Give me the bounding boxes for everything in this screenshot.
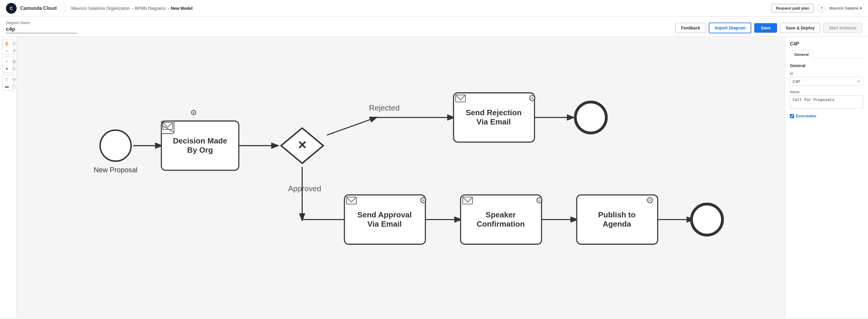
end-event-bottom[interactable] bbox=[691, 204, 722, 235]
header-buttons: Feedback Import Diagram Save Save & Depl… bbox=[675, 23, 862, 33]
gateway-x: ✕ bbox=[297, 139, 307, 152]
rejection-gear-icon: ⚙ bbox=[528, 93, 536, 103]
pool-tool[interactable]: ▬ bbox=[4, 83, 10, 89]
tool-group-tasks: □ ▭ ▬ ⬚ bbox=[2, 74, 14, 91]
executable-row: Executable bbox=[790, 114, 863, 118]
flow-rejected bbox=[327, 118, 376, 135]
lane-tool[interactable]: ⬚ bbox=[11, 83, 17, 89]
properties-tabs: General bbox=[790, 50, 863, 59]
circle-thick-tool[interactable]: ◎ bbox=[11, 58, 17, 64]
nav-divider bbox=[65, 4, 65, 13]
bpmn-canvas[interactable]: Rejected Approved New Proposal ⚙ Decisio… bbox=[17, 36, 785, 318]
approval-text1: Send Approval bbox=[358, 210, 412, 219]
circle-tool[interactable]: ○ bbox=[4, 58, 10, 64]
save-button[interactable]: Save bbox=[754, 23, 777, 33]
main-area: ✋ ⊹ ↔ ↗ ○ ◎ ● ◇ □ ▭ ▬ ⬚ bbox=[0, 36, 868, 318]
general-section-title: General bbox=[790, 63, 863, 68]
breadcrumb-sep2: › bbox=[167, 6, 169, 11]
speaker-text1: Speaker bbox=[486, 210, 516, 219]
end-event-top[interactable] bbox=[576, 102, 606, 133]
tool-group-shapes: ○ ◎ ● ◇ bbox=[2, 57, 14, 73]
rejected-label: Rejected bbox=[369, 103, 400, 112]
diagram-name-label: Diagram Name bbox=[6, 21, 672, 25]
bpmn-diagram: Rejected Approved New Proposal ⚙ Decisio… bbox=[17, 36, 785, 318]
name-textarea[interactable]: Call For Proposals bbox=[790, 95, 863, 108]
name-field: Name Call For Proposals bbox=[790, 90, 863, 109]
rejection-text2: Via Email bbox=[476, 117, 510, 126]
approval-gear-icon: ⚙ bbox=[419, 195, 428, 205]
start-event-label: New Proposal bbox=[94, 166, 137, 174]
breadcrumb-section: BPMN Diagrams bbox=[135, 6, 166, 11]
diagram-name-section: Diagram Name bbox=[6, 21, 672, 33]
app-logo: C bbox=[6, 3, 17, 14]
user-name: Mauricio Salatino bbox=[829, 6, 859, 10]
circle-bold-tool[interactable]: ● bbox=[4, 65, 10, 72]
properties-title: C4P bbox=[790, 41, 863, 46]
id-clear-icon[interactable]: ✕ bbox=[857, 79, 861, 84]
breadcrumb-org: Mauricio Salatinos Organization bbox=[71, 6, 130, 11]
breadcrumb-current: New Model bbox=[171, 6, 192, 11]
rectangle-tool[interactable]: □ bbox=[4, 76, 10, 82]
id-input[interactable] bbox=[793, 79, 857, 84]
decision-task-text1: Decision Made bbox=[173, 136, 227, 145]
breadcrumb: Mauricio Salatinos Organization › BPMN D… bbox=[71, 6, 192, 11]
id-field: Id ✕ bbox=[790, 72, 863, 86]
speaker-text2: Confirmation bbox=[476, 220, 525, 228]
publish-text1: Publish to bbox=[598, 210, 636, 219]
user-menu[interactable]: Mauricio Salatino ▾ bbox=[829, 6, 862, 10]
executable-field: Executable bbox=[790, 114, 863, 118]
feedback-button[interactable]: Feedback bbox=[675, 23, 706, 33]
id-label: Id bbox=[790, 72, 863, 76]
diamond-tool[interactable]: ◇ bbox=[11, 65, 17, 72]
properties-panel: C4P General General Id ✕ Name Call For P… bbox=[785, 36, 868, 318]
brand-name: Camunda Cloud bbox=[20, 6, 57, 11]
toolbox: ✋ ⊹ ↔ ↗ ○ ◎ ● ◇ □ ▭ ▬ ⬚ bbox=[0, 36, 17, 318]
space-tool[interactable]: ↔ bbox=[4, 47, 10, 54]
approval-text2: Via Email bbox=[368, 220, 402, 228]
save-deploy-button[interactable]: Save & Deploy bbox=[780, 23, 820, 33]
publish-gear-icon: ⚙ bbox=[646, 195, 654, 205]
topbar: C Camunda Cloud Mauricio Salatinos Organ… bbox=[0, 0, 868, 17]
hand-tool[interactable]: ✋ bbox=[4, 40, 10, 46]
sub-process-tool[interactable]: ▭ bbox=[11, 76, 17, 82]
user-chevron-icon: ▾ bbox=[860, 6, 862, 10]
start-event[interactable] bbox=[100, 130, 131, 161]
approved-label: Approved bbox=[288, 184, 321, 193]
connect-tool[interactable]: ↗ bbox=[11, 47, 17, 54]
diagram-header: Diagram Name Feedback Import Diagram Sav… bbox=[0, 17, 868, 36]
breadcrumb-sep1: › bbox=[132, 6, 133, 11]
executable-label: Executable bbox=[796, 114, 816, 118]
decision-task-text2: By Org bbox=[187, 146, 213, 155]
diagram-name-input[interactable] bbox=[6, 26, 77, 33]
marquee-tool[interactable]: ⊹ bbox=[11, 40, 17, 46]
rejection-text1: Send Rejection bbox=[466, 108, 522, 117]
id-input-wrapper: ✕ bbox=[790, 77, 863, 86]
decision-task-icon: ⚙ bbox=[190, 108, 197, 117]
help-button[interactable]: ? bbox=[817, 4, 826, 12]
executable-checkbox[interactable] bbox=[790, 114, 794, 118]
import-diagram-button[interactable]: Import Diagram bbox=[709, 23, 751, 33]
start-instance-button[interactable]: Start Instance bbox=[823, 23, 862, 33]
speaker-gear-icon: ⚙ bbox=[535, 195, 544, 205]
publish-text2: Agenda bbox=[603, 220, 631, 228]
name-label: Name bbox=[790, 90, 863, 94]
tool-group-select: ✋ ⊹ ↔ ↗ bbox=[2, 39, 14, 55]
request-plan-button[interactable]: Request paid plan bbox=[771, 4, 814, 12]
tab-general[interactable]: General bbox=[790, 50, 813, 59]
